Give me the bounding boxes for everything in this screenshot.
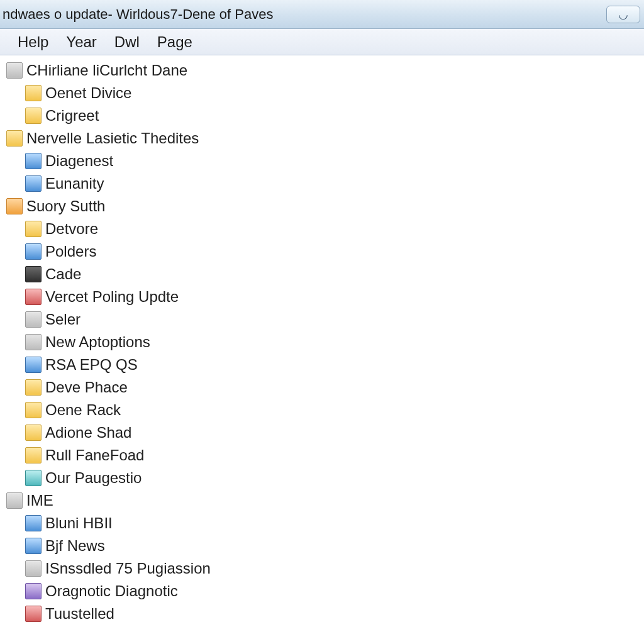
item-label: Detvore <box>45 220 98 238</box>
item-icon <box>25 221 42 237</box>
item-label: Crigreet <box>45 107 99 125</box>
list-item[interactable]: Seler <box>4 308 644 331</box>
item-label: Nervelle Lasietic Thedites <box>26 130 199 147</box>
list-item[interactable]: IME <box>4 489 644 512</box>
item-label: Seler <box>45 311 80 328</box>
minimize-button[interactable]: ◡ <box>606 6 640 23</box>
item-icon <box>25 470 42 486</box>
item-icon <box>6 492 23 509</box>
item-icon <box>25 289 42 305</box>
list-item[interactable]: Eunanity <box>4 172 644 195</box>
item-icon <box>25 515 42 531</box>
item-label: Bluni HBII <box>45 514 113 532</box>
item-label: Bjf News <box>45 537 105 555</box>
list-item[interactable]: Suory Sutth <box>4 195 644 218</box>
list-item[interactable]: Vercet Poling Updte <box>4 286 644 308</box>
item-label: Cade <box>45 265 81 283</box>
titlebar: ndwaes o update- Wirldous7-Dene of Paves… <box>0 0 644 29</box>
item-label: IME <box>26 492 53 509</box>
list-item[interactable]: Adione Shad <box>4 421 644 444</box>
list-item[interactable]: New Aptoptions <box>4 331 644 353</box>
item-icon <box>25 402 42 418</box>
item-label: Oragnotic Diagnotic <box>45 582 178 600</box>
item-icon <box>25 560 42 577</box>
item-icon <box>25 447 42 464</box>
item-icon <box>25 85 42 101</box>
item-icon <box>25 311 42 328</box>
item-icon <box>25 538 42 554</box>
item-label: RSA EPQ QS <box>45 356 138 374</box>
list-item[interactable]: Deve Phace <box>4 376 644 399</box>
item-icon <box>25 175 42 192</box>
item-list: CHirliane liCurlcht DaneOenet DiviceCrig… <box>0 55 644 625</box>
item-label: Diagenest <box>45 152 113 170</box>
item-label: Deve Phace <box>45 379 128 396</box>
list-item[interactable]: CHirliane liCurlcht Dane <box>4 59 644 82</box>
item-label: Rull FaneFoad <box>45 447 144 464</box>
item-label: Suory Sutth <box>26 197 105 215</box>
list-item[interactable]: Nervelle Lasietic Thedites <box>4 127 644 150</box>
menu-dwl[interactable]: Dwl <box>114 33 140 51</box>
list-item[interactable]: Crigreet <box>4 104 644 127</box>
item-label: Polders <box>45 243 96 260</box>
list-item[interactable]: ISnssdled 75 Pugiassion <box>4 557 644 580</box>
item-icon <box>25 425 42 441</box>
menu-year[interactable]: Year <box>66 33 97 51</box>
list-item[interactable]: Oenet Divice <box>4 82 644 104</box>
menu-help[interactable]: Help <box>18 33 48 51</box>
item-label: CHirliane liCurlcht Dane <box>26 62 187 79</box>
item-label: ISnssdled 75 Pugiassion <box>45 560 211 577</box>
list-item[interactable]: Bluni HBII <box>4 512 644 535</box>
list-item[interactable]: Rull FaneFoad <box>4 444 644 467</box>
list-item[interactable]: RSA EPQ QS <box>4 353 644 376</box>
item-icon <box>25 266 42 282</box>
item-icon <box>25 243 42 260</box>
item-label: Our Paugestio <box>45 469 142 487</box>
item-label: Oene Rack <box>45 401 121 419</box>
item-label: Adione Shad <box>45 424 131 441</box>
item-icon <box>25 583 42 599</box>
list-item[interactable]: Bjf News <box>4 535 644 557</box>
item-icon <box>6 130 23 147</box>
list-item[interactable]: Oene Rack <box>4 399 644 421</box>
item-icon <box>25 108 42 124</box>
menu-page[interactable]: Page <box>157 33 192 51</box>
item-icon <box>6 62 23 79</box>
item-icon <box>6 198 23 214</box>
item-label: New Aptoptions <box>45 333 150 351</box>
menubar: Help Year Dwl Page <box>0 29 644 55</box>
list-item[interactable]: Diagenest <box>4 150 644 172</box>
list-item[interactable]: Polders <box>4 240 644 263</box>
item-icon <box>25 153 42 169</box>
item-label: Eunanity <box>45 175 104 192</box>
list-item[interactable]: Tuustelled <box>4 602 644 625</box>
item-label: Vercet Poling Updte <box>45 288 179 306</box>
item-icon <box>25 334 42 350</box>
minimize-icon: ◡ <box>618 8 628 21</box>
list-item[interactable]: Our Paugestio <box>4 467 644 489</box>
item-label: Oenet Divice <box>45 84 131 102</box>
item-icon <box>25 606 42 622</box>
item-label: Tuustelled <box>45 605 114 623</box>
list-item[interactable]: Oragnotic Diagnotic <box>4 580 644 602</box>
window-title: ndwaes o update- Wirldous7-Dene of Paves <box>3 6 273 23</box>
item-icon <box>25 357 42 373</box>
list-item[interactable]: Cade <box>4 263 644 286</box>
list-item[interactable]: Detvore <box>4 218 644 240</box>
item-icon <box>25 379 42 396</box>
